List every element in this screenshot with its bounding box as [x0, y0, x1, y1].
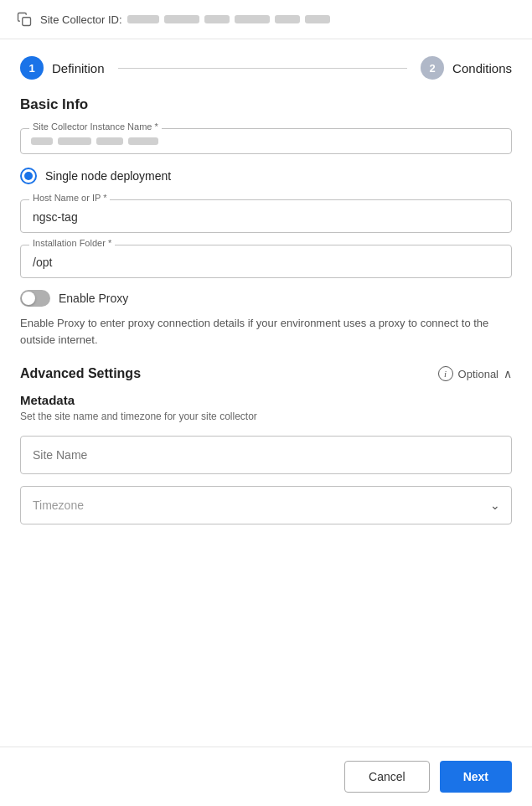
optional-badge[interactable]: i Optional ∧	[438, 366, 512, 381]
radio-inner	[24, 172, 33, 180]
advanced-settings-title: Advanced Settings	[20, 366, 141, 381]
id-block-3	[204, 15, 230, 23]
timezone-wrapper: Timezone ⌄	[20, 486, 512, 524]
proxy-label: Enable Proxy	[59, 292, 128, 305]
site-name-input[interactable]	[20, 436, 512, 474]
install-folder-field[interactable]: Installation Folder * /opt	[20, 245, 512, 278]
instance-name-field: Site Collector Instance Name *	[20, 128, 512, 154]
hostname-value: ngsc-tag	[33, 209, 499, 224]
step-2-number: 2	[429, 62, 435, 75]
instance-name-value	[31, 136, 501, 145]
stepper: 1 Definition 2 Conditions	[0, 39, 532, 96]
top-bar: Site Collector ID:	[0, 0, 532, 39]
instance-ph-4	[128, 137, 158, 145]
proxy-description: Enable Proxy to enter proxy connection d…	[20, 315, 512, 348]
hostname-label: Host Name or IP *	[29, 193, 110, 203]
toggle-knob	[22, 292, 35, 305]
step-1-circle: 1	[20, 56, 44, 80]
step-line	[118, 68, 408, 69]
next-button[interactable]: Next	[440, 761, 512, 793]
id-block-1	[127, 15, 159, 23]
install-folder-value: /opt	[33, 254, 499, 269]
info-icon: i	[438, 366, 453, 381]
basic-info-title: Basic Info	[20, 96, 512, 113]
instance-ph-3	[96, 137, 123, 145]
copy-icon[interactable]	[17, 12, 32, 27]
advanced-settings-header: Advanced Settings i Optional ∧	[20, 366, 512, 381]
timezone-select[interactable]: Timezone	[20, 486, 512, 524]
proxy-toggle[interactable]	[20, 290, 50, 307]
optional-label: Optional	[458, 368, 498, 380]
instance-ph-1	[31, 137, 53, 145]
site-collector-id: Site Collector ID:	[40, 13, 330, 26]
step-2-label: Conditions	[452, 61, 512, 75]
id-block-4	[235, 15, 270, 23]
radio-button[interactable]	[20, 168, 37, 184]
step-1-number: 1	[28, 62, 34, 75]
radio-label: Single node deployment	[45, 169, 171, 183]
metadata-title: Metadata	[20, 393, 512, 407]
cancel-button[interactable]: Cancel	[344, 761, 430, 793]
id-block-6	[305, 15, 330, 23]
step-2-circle: 2	[421, 56, 444, 80]
radio-single-node[interactable]: Single node deployment	[20, 168, 512, 184]
step-2[interactable]: 2 Conditions	[421, 56, 512, 80]
step-1[interactable]: 1 Definition	[20, 56, 105, 80]
instance-name-label: Site Collector Instance Name *	[29, 121, 162, 132]
site-collector-id-label: Site Collector ID:	[40, 13, 122, 26]
install-folder-label: Installation Folder *	[29, 238, 115, 248]
svg-rect-0	[23, 18, 31, 26]
id-block-5	[275, 15, 300, 23]
main-content: Basic Info Site Collector Instance Name …	[0, 96, 532, 556]
footer: Cancel Next	[0, 747, 532, 806]
id-block-2	[164, 15, 199, 23]
metadata-description: Set the site name and timezone for your …	[20, 411, 512, 422]
step-1-label: Definition	[52, 61, 105, 75]
chevron-up-icon[interactable]: ∧	[504, 367, 512, 380]
proxy-toggle-row[interactable]: Enable Proxy	[20, 290, 512, 307]
instance-ph-2	[58, 137, 91, 145]
hostname-field[interactable]: Host Name or IP * ngsc-tag	[20, 199, 512, 233]
